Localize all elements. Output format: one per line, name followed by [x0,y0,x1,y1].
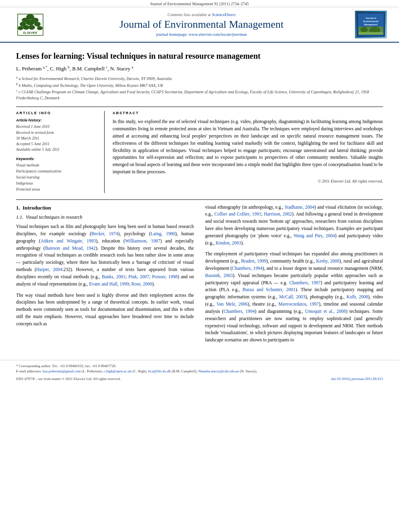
ref-chambers1994b[interactable]: Chambers, 1994 [224,309,255,314]
ref-banks[interactable]: Banks, 2001 [102,274,125,279]
keyword-2: Participatory communication [16,168,98,175]
journal-homepage: journal homepage: www.elsevier.com/locat… [52,32,351,37]
abstract-text: In this study, we explored the use of se… [113,118,383,176]
abstract-heading: ABSTRACT [113,111,383,115]
svg-point-6 [34,22,41,27]
elsevier-tree-icon: ELSEVIER [17,14,43,36]
elsevier-logo: ELSEVIER [17,14,43,36]
ref-mccall[interactable]: McCall, 2003 [279,294,305,299]
journal-title-area: Contents lists available at ScienceDirec… [52,12,351,37]
ref-kindon[interactable]: Kindon, 2003 [216,240,241,245]
svg-point-19 [360,27,368,32]
email-high[interactable]: c.high@open.ac.uk [103,369,132,373]
footer-bottom: 0301-4797/$ – see front matter © 2011 El… [16,377,383,381]
ref-harrison[interactable]: Harrison, 2002 [264,212,292,216]
subsection-number: 1.1. [16,214,23,220]
ref-vanmele[interactable]: Van Mele, 2006 [216,302,248,306]
ref-bussink[interactable]: Bussink, 2003 [205,273,233,278]
ref-becker[interactable]: Becker, 1974 [91,231,118,236]
right-paragraph-1: visual ethnography (in anthropology, e.g… [205,204,383,247]
svg-point-8 [23,25,29,30]
article-info-column: ARTICLE INFO Article history: Received 1… [16,111,105,193]
history-accepted: Accepted 5 June 2011 [16,141,98,147]
sciencedirect-label: Contents lists available at [167,12,211,17]
elsevier-logo-area: ELSEVIER [8,14,52,36]
journal-title: Journal of Environmental Management [52,18,351,31]
ref-prosser[interactable]: Prosser, 1998 [152,274,178,279]
footer-doi-link[interactable]: doi:10.1016/j.jenvman.2011.06.013 [331,377,383,381]
email-petheram[interactable]: lisa.petheram@gmail.com [43,369,81,373]
abstract-column: ABSTRACT In this study, we explored the … [113,111,383,193]
ref-kesby[interactable]: Kesby, 2000 [316,259,339,263]
keywords-label: Keywords: [16,157,98,161]
affiliation-c: c c CGIAR Challenge Program on Climate C… [16,88,383,101]
journal-reference-bar: Journal of Environmental Management 92 (… [0,0,399,7]
divider-1 [16,107,383,107]
keyword-5: Protected areas [16,187,98,193]
svg-text:Environmental: Environmental [363,20,378,23]
email-stacey[interactable]: Natasha.stacey@cdu.edu.au [198,369,239,373]
ref-umoquit[interactable]: Umoquit et al., 2008 [305,309,346,314]
ref-stadhams[interactable]: Stadhams, 2004 [285,205,315,210]
section-title-text: Introduction [23,205,51,211]
body-section: 1. Introduction 1.1. Visual techniques i… [16,204,383,348]
svg-point-5 [26,20,35,25]
intro-paragraph-1: Visual techniques such as film and photo… [16,223,194,288]
ref-harper[interactable]: Harper, 2004 [36,267,62,272]
journal-thumbnail: Journal of Environmental Management [355,10,387,39]
article-history-label: Article history: [16,118,98,122]
journal-homepage-link[interactable]: journal homepage: www.elsevier.com/locat… [156,32,247,37]
sciencedirect-line: Contents lists available at ScienceDirec… [52,12,351,17]
keyword-1: Visual methods [16,162,98,168]
ref-rose[interactable]: Rose, 2000 [132,281,152,286]
ref-pink[interactable]: Pink, 2007 [128,274,149,279]
ref-wang[interactable]: Wang and Pies, 2004 [294,233,335,238]
body-left-column: 1. Introduction 1.1. Visual techniques i… [16,204,194,348]
divider-2 [16,199,383,200]
article-info-heading: ARTICLE INFO [16,111,98,115]
body-right-column: visual ethnography (in anthropology, e.g… [205,204,383,348]
svg-text:ELSEVIER: ELSEVIER [23,31,37,34]
corresponding-author-note: * Corresponding author. Tel.: +61 8 8946… [16,364,383,369]
ref-aitken[interactable]: Aitken and Wingate, 1993 [41,238,96,243]
ref-chambers1994[interactable]: Chambers, 1994 [232,266,263,271]
section-number: 1. [16,205,20,211]
ref-braden[interactable]: Braden, 1999 [241,259,266,263]
ref-mavro[interactable]: Mavrocordatos, 1997 [278,302,319,306]
journal-thumbnail-area: Journal of Environmental Management [351,10,391,39]
journal-reference-text: Journal of Environmental Management 92 (… [150,2,249,6]
affiliation-b: b b Maths, Computing and Technology, The… [16,82,383,88]
svg-point-7 [18,26,23,30]
article-title: Lenses for learning: Visual techniques i… [16,51,383,61]
main-content: Lenses for learning: Visual techniques i… [0,43,399,356]
svg-rect-21 [358,32,383,35]
keyword-4: Indigenous [16,181,98,187]
affiliations: a a School for Environmental Research, C… [16,75,383,101]
email-line: E-mail addresses: lisa.petheram@gmail.co… [16,369,383,374]
svg-point-10 [37,26,43,30]
ref-laing[interactable]: Laing, 1980 [150,231,175,236]
ref-kolb[interactable]: Kolb, 2008 [346,294,368,299]
ref-collier[interactable]: Collier and Collier, 1991 [214,212,261,216]
ref-williamson[interactable]: Williamson, 1987 [125,238,160,243]
history-revised-label: Received in revised form [16,130,98,136]
subsection-1-1-title: 1.1. Visual techniques in research [16,214,194,221]
section-1-title: 1. Introduction [16,204,194,212]
svg-text:Management: Management [364,23,378,26]
copyright-line: © 2011 Elsevier Ltd. All rights reserved… [113,179,383,183]
history-received: Received 1 June 2010 [16,124,98,129]
ref-evans[interactable]: Evans and Hall, 1999 [89,281,129,286]
ref-bateson[interactable]: Bateson and Mead, 1942 [45,246,96,251]
keyword-3: Social learning [16,175,98,181]
ref-chambers1997[interactable]: Chambers, 1997 [289,280,321,285]
article-info-abstract-section: ARTICLE INFO Article history: Received 1… [16,111,383,193]
svg-text:Journal of: Journal of [366,17,376,19]
ref-busza[interactable]: Busza and Schunter, 2001 [243,287,295,292]
intro-paragraph-2: The way visual methods have been used is… [16,292,194,328]
email-campbell[interactable]: lrca@life.ku.dk [148,369,171,373]
footer-doi: doi:10.1016/j.jenvman.2011.06.013 [331,377,383,381]
sciencedirect-link[interactable]: ScienceDirect [212,12,236,17]
footer: * Corresponding author. Tel.: +61 8 8946… [0,360,399,384]
history-revised-date: 30 March 2011 [16,136,98,141]
authors-line: L. Petheram a,*, C. High b, B.M. Campbel… [16,65,383,72]
